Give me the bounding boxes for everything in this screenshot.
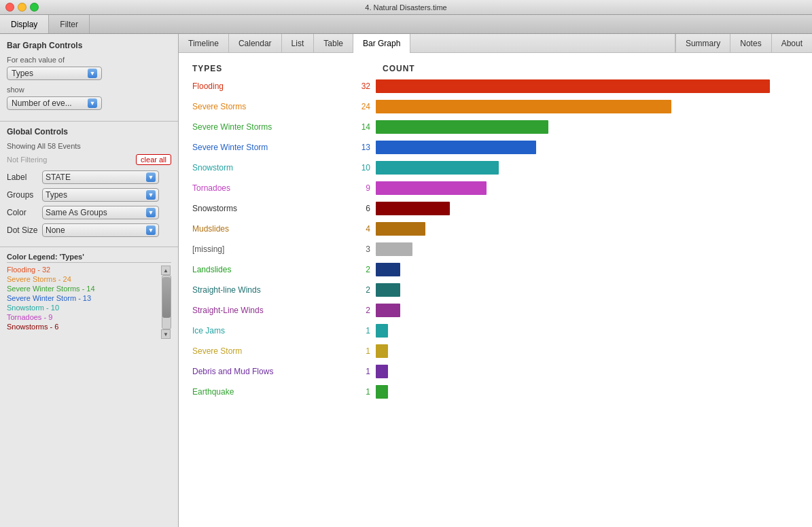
chart-row-bar-wrap bbox=[376, 141, 798, 154]
global-controls-section: Global Controls Showing All 58 Events No… bbox=[0, 122, 178, 247]
scrollbar-track bbox=[162, 275, 171, 329]
chart-row-bar bbox=[376, 202, 450, 215]
for-each-select[interactable]: Types ▼ bbox=[7, 67, 102, 80]
chart-row: Severe Storm1 bbox=[192, 344, 798, 359]
chart-row-count: 1 bbox=[355, 387, 376, 397]
tab-notes[interactable]: Notes bbox=[730, 34, 771, 53]
legend-items: Flooding - 32Severe Storms - 24Severe Wi… bbox=[7, 266, 158, 339]
chart-row-count: 2 bbox=[355, 306, 376, 315]
chart-row-bar-wrap bbox=[376, 181, 798, 195]
color-select-arrow: ▼ bbox=[146, 208, 156, 217]
chart-headers: TYPES COUNT bbox=[192, 64, 798, 73]
show-select-value: Number of eve... bbox=[12, 98, 88, 108]
not-filtering-text: Not Filtering bbox=[7, 156, 132, 164]
legend-scroll-area: Flooding - 32Severe Storms - 24Severe Wi… bbox=[7, 266, 171, 339]
chart-row-bar bbox=[376, 344, 388, 358]
for-each-label: For each value of bbox=[7, 56, 171, 64]
chart-row-count: 14 bbox=[355, 122, 376, 132]
tab-calendar[interactable]: Calendar bbox=[229, 34, 282, 53]
chart-row: Mudslides4 bbox=[192, 221, 798, 236]
chart-area: TYPES COUNT Flooding32Severe Storms24Sev… bbox=[179, 53, 812, 527]
chart-row-label: Debris and Mud Flows bbox=[192, 367, 355, 376]
tab-summary[interactable]: Summary bbox=[675, 34, 730, 53]
chart-row: Tornadoes9 bbox=[192, 181, 798, 196]
legend-item: Tornadoes - 9 bbox=[7, 313, 158, 321]
chart-row: [missing]3 bbox=[192, 242, 798, 257]
chart-row: Severe Storms24 bbox=[192, 99, 798, 114]
col-types-header: TYPES bbox=[192, 64, 383, 73]
clear-all-button[interactable]: clear all bbox=[136, 154, 171, 165]
legend-item: Snowstorms - 6 bbox=[7, 323, 158, 331]
chart-row-label: Straight-Line Winds bbox=[192, 306, 355, 315]
scrollbar-thumb[interactable] bbox=[162, 277, 171, 318]
chart-row-count: 4 bbox=[355, 224, 376, 234]
tab-timeline[interactable]: Timeline bbox=[179, 34, 229, 53]
chart-row: Straight-Line Winds2 bbox=[192, 303, 798, 318]
legend-item: Severe Storms - 24 bbox=[7, 275, 158, 283]
legend-item: Severe Winter Storms - 14 bbox=[7, 285, 158, 293]
chart-rows: Flooding32Severe Storms24Severe Winter S… bbox=[192, 79, 798, 399]
chart-row: Debris and Mud Flows1 bbox=[192, 364, 798, 379]
dotsize-select[interactable]: None ▼ bbox=[42, 223, 159, 237]
chart-row: Earthquake1 bbox=[192, 384, 798, 399]
chart-row-count: 6 bbox=[355, 204, 376, 213]
tab-about[interactable]: About bbox=[771, 34, 812, 53]
color-select[interactable]: Same As Groups ▼ bbox=[42, 206, 159, 219]
chart-row-bar-wrap bbox=[376, 344, 798, 358]
chart-row: Landslides2 bbox=[192, 262, 798, 277]
chart-row-count: 9 bbox=[355, 183, 376, 193]
show-label: show bbox=[7, 86, 171, 94]
tab-list[interactable]: List bbox=[282, 34, 315, 53]
groups-select-arrow: ▼ bbox=[146, 190, 156, 200]
chart-row-label: Earthquake bbox=[192, 387, 355, 397]
chart-row-bar-wrap bbox=[376, 100, 798, 113]
chart-row-label: Tornadoes bbox=[192, 183, 355, 193]
dotsize-select-arrow: ▼ bbox=[146, 225, 156, 235]
scrollbar-up-button[interactable]: ▲ bbox=[161, 266, 171, 275]
tab-display[interactable]: Display bbox=[0, 15, 49, 33]
minimize-button[interactable] bbox=[18, 3, 27, 12]
maximize-button[interactable] bbox=[30, 3, 39, 12]
chart-row-bar-wrap bbox=[376, 202, 798, 215]
label-select[interactable]: STATE ▼ bbox=[42, 170, 159, 184]
chart-row-count: 32 bbox=[355, 81, 376, 91]
chart-row: Flooding32 bbox=[192, 79, 798, 94]
dotsize-select-value: None bbox=[46, 225, 146, 235]
chart-row-bar bbox=[376, 365, 388, 378]
for-each-select-arrow: ▼ bbox=[88, 69, 97, 78]
label-field-label: Label bbox=[7, 172, 42, 182]
tab-bargraph[interactable]: Bar Graph bbox=[353, 34, 410, 53]
chart-row-label: Snowstorm bbox=[192, 163, 355, 172]
dotsize-field-label: Dot Size bbox=[7, 225, 42, 235]
chart-row-bar bbox=[376, 222, 425, 236]
chart-row-count: 1 bbox=[355, 326, 376, 335]
groups-field-label: Groups bbox=[7, 190, 42, 200]
chart-row: Ice Jams1 bbox=[192, 323, 798, 338]
chart-row-label: Severe Winter Storm bbox=[192, 143, 355, 152]
tab-table[interactable]: Table bbox=[314, 34, 353, 53]
groups-select[interactable]: Types ▼ bbox=[42, 188, 159, 202]
col-count-header: COUNT bbox=[383, 64, 415, 73]
tab-filter[interactable]: Filter bbox=[49, 15, 90, 33]
chart-row-bar bbox=[376, 304, 400, 317]
chart-row: Severe Winter Storms14 bbox=[192, 120, 798, 134]
showing-events-text: Showing All 58 Events bbox=[7, 142, 171, 150]
chart-row-bar-wrap bbox=[376, 365, 798, 378]
chart-row-bar-wrap bbox=[376, 385, 798, 399]
chart-row-count: 1 bbox=[355, 367, 376, 376]
legend-item: Snowstorm - 10 bbox=[7, 304, 158, 312]
close-button[interactable] bbox=[5, 3, 14, 12]
bar-graph-controls-title: Bar Graph Controls bbox=[7, 41, 171, 50]
scrollbar-down-button[interactable]: ▼ bbox=[161, 329, 171, 339]
chart-row-count: 10 bbox=[355, 163, 376, 172]
chart-row-bar-wrap bbox=[376, 120, 798, 134]
legend-item: Flooding - 32 bbox=[7, 266, 158, 274]
dotsize-row: Dot Size None ▼ bbox=[7, 223, 171, 237]
chart-row-count: 2 bbox=[355, 265, 376, 274]
chart-row-bar bbox=[376, 385, 388, 399]
show-select[interactable]: Number of eve... ▼ bbox=[7, 96, 102, 110]
chart-row-count: 2 bbox=[355, 285, 376, 295]
color-row: Color Same As Groups ▼ bbox=[7, 206, 171, 219]
chart-row-label: Flooding bbox=[192, 81, 355, 91]
color-select-value: Same As Groups bbox=[46, 208, 146, 217]
